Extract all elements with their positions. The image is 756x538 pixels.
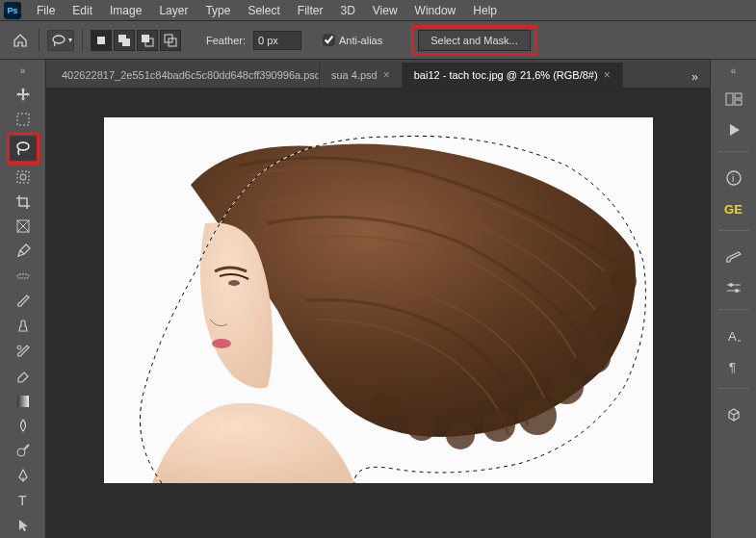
canvas-area[interactable] (46, 89, 710, 538)
menu-help[interactable]: Help (465, 2, 505, 19)
tools-panel: » T (0, 60, 46, 538)
svg-point-24 (518, 397, 557, 435)
tab-label: 402622817_2e551c84bad6c5c80dd648cff39099… (62, 69, 320, 81)
svg-point-41 (735, 289, 739, 293)
menu-select[interactable]: Select (240, 2, 287, 19)
menu-3d[interactable]: 3D (332, 2, 362, 19)
tabs-overflow-icon[interactable]: » (684, 66, 706, 88)
move-tool[interactable] (10, 83, 37, 106)
menu-window[interactable]: Window (407, 2, 464, 19)
menu-view[interactable]: View (365, 2, 405, 19)
antialias-label: Anti-alias (339, 35, 382, 46)
select-and-mask-button[interactable]: Select and Mask... (418, 30, 531, 51)
info-panel-icon[interactable]: i (719, 165, 748, 192)
arrange-docs-icon[interactable] (719, 86, 748, 113)
frame-tool[interactable] (10, 216, 37, 239)
svg-point-11 (20, 174, 26, 180)
eraser-tool[interactable] (10, 365, 37, 388)
svg-point-31 (228, 280, 240, 286)
subtract-selection-button[interactable] (137, 30, 158, 51)
svg-point-23 (580, 343, 611, 373)
highlight-select-mask: Select and Mask... (411, 25, 537, 56)
svg-point-22 (549, 370, 584, 404)
home-icon[interactable] (10, 30, 31, 51)
svg-rect-3 (122, 38, 130, 46)
menu-layer[interactable]: Layer (151, 2, 196, 19)
gradient-tool[interactable] (10, 390, 37, 413)
svg-rect-15 (17, 274, 29, 278)
panel-divider (719, 388, 748, 394)
svg-point-25 (482, 409, 515, 442)
tab-label: bai12 - tach toc.jpg @ 21,6% (RGB/8#) (414, 69, 598, 81)
paragraph-panel-icon[interactable]: ¶ (719, 353, 748, 380)
ge-badge[interactable]: GE (719, 195, 748, 222)
svg-rect-35 (735, 100, 742, 105)
pen-tool[interactable] (10, 464, 37, 487)
eyedropper-tool[interactable] (10, 240, 37, 263)
document-canvas[interactable] (104, 117, 653, 483)
tab-doc-3[interactable]: bai12 - tach toc.jpg @ 21,6% (RGB/8#) × (403, 63, 623, 88)
brush-tool[interactable] (10, 290, 37, 313)
tab-doc-1[interactable]: 402622817_2e551c84bad6c5c80dd648cff39099… (50, 63, 320, 88)
type-tool[interactable]: T (10, 489, 37, 512)
svg-rect-1 (97, 37, 105, 44)
menu-edit[interactable]: Edit (65, 2, 100, 19)
crop-tool[interactable] (10, 191, 37, 214)
rightbar-expand-icon[interactable]: « (731, 65, 737, 76)
healing-tool[interactable] (10, 265, 37, 288)
character-panel-icon[interactable]: A (719, 322, 748, 349)
antialias-checkbox-wrap[interactable]: Anti-alias (323, 34, 382, 46)
svg-point-18 (17, 448, 25, 456)
svg-point-28 (612, 269, 637, 294)
close-icon[interactable]: × (383, 68, 390, 82)
svg-point-32 (212, 339, 231, 348)
highlight-lasso-tool (7, 132, 39, 165)
clone-stamp-tool[interactable] (10, 315, 37, 338)
tab-label: sua 4.psd (331, 69, 378, 81)
svg-point-16 (17, 346, 21, 349)
tool-preset-icon[interactable]: ▾ (47, 30, 74, 51)
panel-divider (719, 230, 748, 236)
svg-rect-34 (735, 93, 742, 98)
menu-filter[interactable]: Filter (290, 2, 331, 19)
feather-label: Feather: (206, 35, 246, 46)
history-brush-tool[interactable] (10, 340, 37, 363)
menu-type[interactable]: Type (197, 2, 238, 19)
intersect-selection-button[interactable] (160, 30, 181, 51)
marquee-tool[interactable] (10, 108, 37, 131)
menu-image[interactable]: Image (102, 2, 149, 19)
svg-text:T: T (18, 493, 27, 508)
add-selection-button[interactable] (114, 30, 135, 51)
dodge-tool[interactable] (10, 439, 37, 462)
toolbar-expand-icon[interactable]: » (20, 65, 26, 76)
svg-point-9 (17, 142, 29, 150)
close-icon[interactable]: × (604, 68, 611, 82)
right-panels: « i GE A ¶ (710, 60, 756, 538)
quick-select-tool[interactable] (10, 166, 37, 189)
svg-line-19 (24, 445, 29, 449)
svg-point-30 (370, 393, 397, 420)
feather-input[interactable] (253, 31, 301, 50)
antialias-checkbox[interactable] (323, 34, 335, 46)
panel-divider (719, 309, 748, 315)
svg-rect-8 (17, 114, 29, 125)
svg-point-0 (53, 36, 65, 43)
svg-point-26 (446, 421, 475, 449)
tab-doc-2[interactable]: sua 4.psd × (320, 63, 403, 88)
adjustments-icon[interactable] (719, 274, 748, 301)
path-select-tool[interactable] (10, 514, 37, 537)
svg-text:i: i (732, 173, 734, 184)
svg-rect-10 (17, 171, 29, 183)
svg-point-29 (406, 410, 437, 441)
svg-text:¶: ¶ (729, 360, 736, 374)
play-icon[interactable] (719, 116, 748, 143)
svg-rect-33 (726, 93, 733, 105)
document-tabs: 402622817_2e551c84bad6c5c80dd648cff39099… (46, 60, 710, 89)
brush-settings-icon[interactable] (719, 243, 748, 270)
3d-panel-icon[interactable] (719, 401, 748, 428)
menu-file[interactable]: File (29, 2, 63, 19)
new-selection-button[interactable] (91, 30, 112, 51)
lasso-tool[interactable] (10, 136, 37, 161)
blur-tool[interactable] (10, 415, 37, 438)
svg-text:A: A (728, 329, 737, 344)
